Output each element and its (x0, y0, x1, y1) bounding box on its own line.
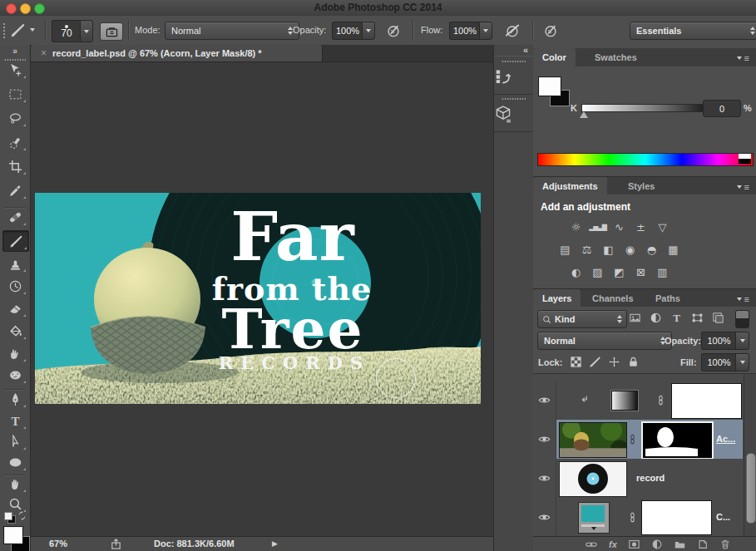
mask-link-icon[interactable] (629, 510, 639, 524)
adjustment-selective-color-icon[interactable]: ⊠ (631, 264, 650, 280)
dock-collapse-chevrons[interactable]: « (523, 45, 528, 55)
tool-eraser[interactable] (2, 298, 27, 318)
tool-path-selection[interactable] (2, 431, 27, 451)
toggle-brush-panel-button[interactable] (100, 22, 123, 41)
flow-caret[interactable] (479, 22, 492, 40)
acorn-mask-thumbnail[interactable] (641, 421, 714, 460)
adjustment-gradient-map-icon[interactable]: ▥ (653, 264, 672, 280)
tool-brush[interactable] (2, 230, 29, 252)
eye-icon[interactable] (538, 433, 551, 445)
blend-mode-dropdown[interactable]: Normal (537, 332, 672, 350)
lock-transparency-icon[interactable] (570, 356, 582, 368)
layer-name[interactable]: C... (716, 512, 730, 522)
layer-row-fill[interactable]: C... (532, 498, 743, 536)
opacity-caret[interactable] (362, 22, 375, 40)
gradient-layer-thumbnail[interactable] (611, 391, 638, 411)
tab-adjustments[interactable]: Adjustments (533, 177, 607, 195)
mask-link-icon[interactable] (629, 432, 639, 446)
zoom-level-field[interactable]: 67% (49, 539, 67, 549)
layer-filter-toggle[interactable] (735, 310, 749, 328)
filter-adjustment-icon[interactable] (650, 312, 662, 324)
adjustment-photo-filter-icon[interactable]: ◉ (620, 242, 640, 258)
tab-channels[interactable]: Channels (583, 289, 643, 307)
record-layer-thumbnail[interactable] (559, 461, 627, 497)
tool-sponge[interactable] (2, 365, 27, 385)
tool-history-brush[interactable] (2, 276, 27, 296)
layers-fill-caret[interactable] (735, 353, 749, 371)
adjustment-exposure-icon[interactable]: ± (631, 219, 650, 235)
airbrush-toggle-icon[interactable] (502, 22, 522, 38)
color-fg-swatch[interactable] (538, 76, 561, 96)
share-icon[interactable] (110, 538, 122, 550)
add-layer-mask-icon[interactable] (628, 539, 640, 550)
layer-row-acorn[interactable]: Ac... (532, 420, 743, 460)
tool-hand[interactable] (2, 474, 27, 494)
dock-button-history[interactable] (494, 56, 533, 95)
tab-styles[interactable]: Styles (619, 177, 664, 195)
tool-healing-brush[interactable] (2, 207, 27, 227)
tool-preset-caret-icon[interactable] (30, 28, 35, 32)
adjustment-vibrance-icon[interactable]: ▽ (653, 219, 672, 235)
adjustment-levels-icon[interactable]: ▂▅▃▇ (588, 219, 607, 235)
layers-fill-box[interactable]: 100% (701, 353, 736, 371)
tab-paths[interactable]: Paths (646, 289, 689, 307)
adjustment-color-balance-icon[interactable]: ⚖ (577, 242, 596, 258)
tab-layers[interactable]: Layers (533, 289, 581, 307)
layer-filter-kind-dropdown[interactable]: Kind (537, 310, 627, 328)
tool-clone-stamp[interactable] (2, 253, 27, 273)
tool-preset-brush-icon[interactable] (10, 22, 26, 38)
foreground-color-swatch[interactable] (3, 526, 23, 544)
k-value-box[interactable]: 0 (703, 100, 741, 117)
adjustment-brightness-contrast-icon[interactable]: ☼ (566, 219, 586, 235)
tool-lasso[interactable] (2, 108, 27, 128)
color-panel-menu-button[interactable]: ≡ (737, 53, 749, 63)
acorn-layer-thumbnail[interactable] (559, 422, 627, 458)
layer-style-fx-button[interactable]: fx (609, 539, 617, 549)
filter-shape-icon[interactable] (691, 312, 704, 324)
tool-quick-select[interactable] (2, 132, 27, 152)
document-tab[interactable]: × record_label.psd @ 67% (Acorn, Layer M… (31, 45, 323, 61)
lock-position-icon[interactable] (608, 356, 620, 368)
tab-color[interactable]: Color (533, 48, 576, 66)
eye-icon[interactable] (538, 472, 551, 485)
gradient-mask-thumbnail[interactable] (671, 383, 742, 419)
workspace-dropdown[interactable]: Essentials (630, 22, 756, 40)
mode-dropdown[interactable]: Normal (165, 22, 299, 40)
layers-panel-menu-button[interactable]: ≡ (737, 294, 749, 304)
dock-button-3d[interactable] (494, 94, 533, 132)
layer-name[interactable]: Ac... (716, 434, 735, 444)
filter-smart-object-icon[interactable] (712, 312, 724, 324)
tablet-size-icon[interactable] (542, 22, 559, 38)
filter-type-filter-icon[interactable]: T (670, 312, 683, 324)
tool-smudge[interactable] (2, 343, 27, 363)
fill-mask-thumbnail[interactable] (641, 500, 712, 535)
adjustment-black-white-icon[interactable]: ◧ (599, 242, 618, 258)
tab-close-icon[interactable]: × (41, 47, 47, 59)
tool-type[interactable]: T (2, 411, 27, 430)
tab-swatches[interactable]: Swatches (586, 48, 646, 66)
layers-opacity-box[interactable]: 100% (701, 332, 736, 350)
default-colors-icon[interactable] (4, 512, 16, 523)
tool-crop[interactable] (2, 156, 27, 176)
fill-layer-thumbnail[interactable] (578, 502, 610, 534)
adjustment-posterize-icon[interactable]: ▨ (588, 264, 607, 280)
tool-move[interactable] (2, 60, 27, 80)
k-slider-thumb[interactable] (580, 111, 588, 118)
brush-picker-caret[interactable] (80, 20, 93, 42)
flow-value-box[interactable]: 100% (449, 22, 480, 40)
add-adjustment-layer-icon[interactable] (651, 539, 663, 550)
adjustment-threshold-icon[interactable]: ◩ (610, 264, 629, 280)
layer-name[interactable]: record (636, 473, 665, 483)
adjustment-hue-saturation-icon[interactable]: ▤ (556, 242, 575, 258)
filter-picture-icon[interactable] (629, 312, 641, 324)
delete-layer-icon[interactable] (719, 539, 731, 550)
lock-all-icon[interactable] (627, 356, 640, 368)
mask-link-icon[interactable] (657, 393, 667, 407)
adjustment-invert-icon[interactable]: ◐ (566, 264, 586, 280)
eye-icon[interactable] (538, 511, 551, 524)
tool-ellipse[interactable] (2, 452, 27, 472)
swap-colors-icon[interactable] (17, 510, 27, 521)
adjustments-panel-menu-button[interactable]: ≡ (737, 182, 749, 192)
new-layer-icon[interactable] (697, 539, 709, 550)
new-group-icon[interactable] (674, 539, 686, 550)
